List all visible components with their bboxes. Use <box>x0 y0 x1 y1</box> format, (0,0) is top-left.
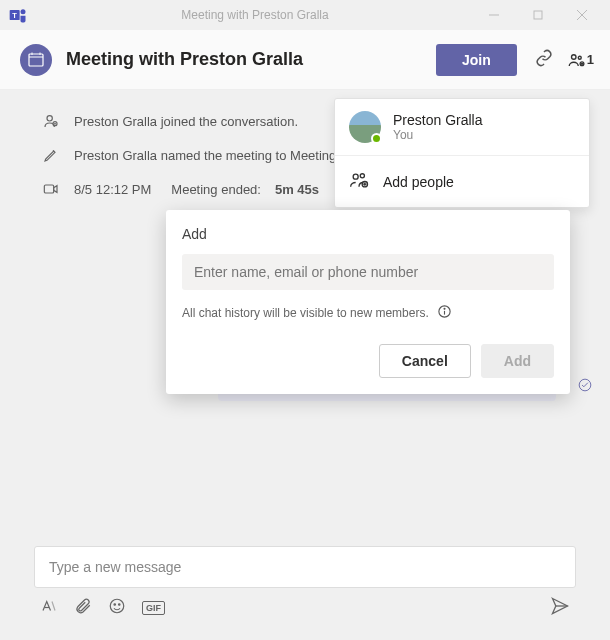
maximize-button[interactable] <box>518 1 558 29</box>
history-note: All chat history will be visible to new … <box>182 304 554 322</box>
add-button[interactable]: Add <box>481 344 554 378</box>
pencil-icon <box>42 146 60 164</box>
person-add-icon <box>42 112 60 130</box>
close-button[interactable] <box>562 1 602 29</box>
add-people-input[interactable] <box>182 254 554 290</box>
join-button[interactable]: Join <box>436 44 517 76</box>
svg-rect-4 <box>534 11 542 19</box>
svg-point-1 <box>21 9 26 14</box>
composer: GIF <box>34 546 576 620</box>
link-icon[interactable] <box>535 49 553 71</box>
message-input[interactable] <box>34 546 576 588</box>
svg-point-12 <box>578 56 581 59</box>
svg-point-32 <box>119 604 121 606</box>
meeting-icon <box>20 44 52 76</box>
event-text: Preston Gralla joined the conversation. <box>74 114 298 129</box>
svg-rect-7 <box>29 54 43 66</box>
presence-available-icon <box>371 133 382 144</box>
minimize-button[interactable] <box>474 1 514 29</box>
composer-toolbar: GIF <box>34 588 576 620</box>
event-time: 8/5 12:12 PM <box>74 182 151 197</box>
participants-popup: Preston Gralla You Add people <box>334 98 590 208</box>
video-icon <box>42 180 60 198</box>
event-text: Preston Gralla named the meeting to Meet… <box>74 148 336 163</box>
cancel-button[interactable]: Cancel <box>379 344 471 378</box>
event-duration: 5m 45s <box>275 182 319 197</box>
svg-point-16 <box>47 116 52 121</box>
svg-rect-20 <box>44 185 53 193</box>
dialog-buttons: Cancel Add <box>182 344 554 378</box>
participant-name: Preston Gralla <box>393 112 482 128</box>
participant-count: 1 <box>587 52 594 67</box>
add-people-label: Add people <box>383 174 454 190</box>
svg-point-31 <box>114 604 116 606</box>
gif-icon[interactable]: GIF <box>142 601 165 615</box>
add-people-dialog: Add All chat history will be visible to … <box>166 210 570 394</box>
format-icon[interactable] <box>40 597 58 619</box>
window-title: Meeting with Preston Gralla <box>36 8 474 22</box>
info-icon[interactable] <box>437 304 452 322</box>
svg-text:T: T <box>12 11 17 20</box>
teams-app-icon: T <box>8 5 28 25</box>
message-seen-icon <box>578 378 592 396</box>
svg-point-11 <box>571 54 576 59</box>
people-add-icon <box>349 170 369 193</box>
event-label: Meeting ended: <box>171 182 261 197</box>
dialog-title: Add <box>182 226 554 242</box>
send-button[interactable] <box>550 596 570 620</box>
avatar <box>349 111 381 143</box>
header-actions: 1 <box>535 49 594 71</box>
window-controls <box>474 1 602 29</box>
meeting-title: Meeting with Preston Gralla <box>66 49 436 70</box>
participant-role: You <box>393 128 482 142</box>
add-input-wrap <box>182 254 554 290</box>
add-people-button[interactable]: Add people <box>335 156 589 207</box>
history-note-text: All chat history will be visible to new … <box>182 306 429 320</box>
svg-point-30 <box>110 599 124 613</box>
svg-point-28 <box>444 308 445 309</box>
participant-row[interactable]: Preston Gralla You <box>335 99 589 155</box>
titlebar: T Meeting with Preston Gralla <box>0 0 610 30</box>
attach-icon[interactable] <box>74 597 92 619</box>
emoji-icon[interactable] <box>108 597 126 619</box>
svg-point-21 <box>353 174 358 179</box>
participants-button[interactable]: 1 <box>567 51 594 69</box>
chat-header: Meeting with Preston Gralla Join 1 <box>0 30 610 90</box>
svg-point-22 <box>360 174 364 178</box>
